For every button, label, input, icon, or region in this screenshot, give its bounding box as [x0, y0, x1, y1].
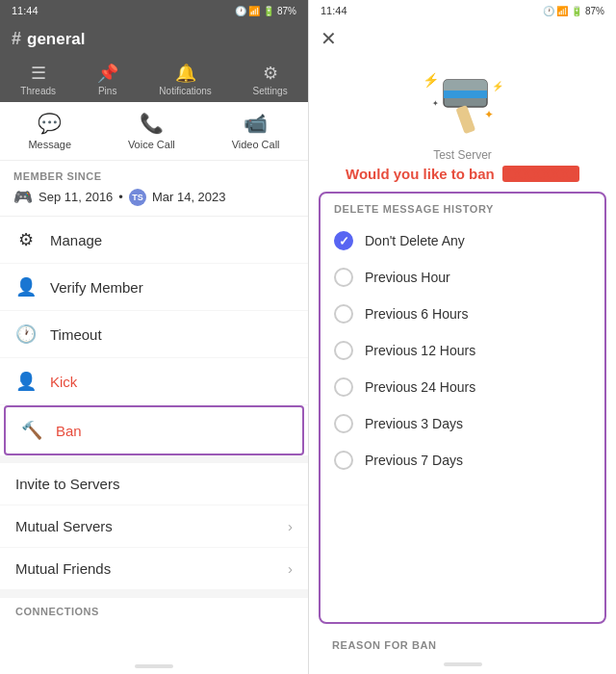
ban-label: Ban: [56, 423, 82, 439]
message-icon: 💬: [38, 112, 62, 135]
menu-divider: [0, 455, 308, 463]
menu-item-invite[interactable]: Invite to Servers: [0, 463, 308, 506]
server-name: Test Server: [309, 148, 616, 162]
radio-prev-24h[interactable]: Previous 24 Hours: [321, 369, 604, 405]
connections-label: CONNECTIONS: [0, 598, 308, 621]
ban-question: Would you like to ban XXXXXXXX: [309, 166, 616, 182]
voice-call-icon: 📞: [140, 112, 164, 135]
video-call-label: Video Call: [232, 139, 280, 150]
status-bar-right: 11:44 🕐 📶 🔋 87%: [309, 0, 616, 21]
svg-text:✦: ✦: [432, 99, 439, 108]
tab-pins-label: Pins: [98, 86, 116, 96]
manage-label: Manage: [50, 232, 102, 248]
tab-bar: ☰ Threads 📌 Pins 🔔 Notifications ⚙ Setti…: [0, 59, 308, 102]
radio-circle-prev-12h: [334, 341, 353, 360]
kick-label: Kick: [50, 374, 77, 390]
tab-settings-label: Settings: [253, 86, 288, 96]
delete-section: DELETE MESSAGE HISTORY Don't Delete Any …: [319, 192, 606, 624]
radio-label-prev-hour: Previous Hour: [365, 270, 450, 285]
channel-name: general: [27, 30, 85, 49]
menu-item-kick[interactable]: 👤 Kick: [0, 358, 308, 405]
radio-prev-6h[interactable]: Previous 6 Hours: [321, 296, 604, 332]
menu-item-mutual-friends[interactable]: Mutual Friends ›: [0, 548, 308, 590]
mutual-friends-label: Mutual Friends: [15, 560, 111, 577]
member-avatar: TS: [129, 189, 146, 206]
menu-item-verify[interactable]: 👤 Verify Member: [0, 264, 308, 311]
radio-label-prev-12h: Previous 12 Hours: [365, 343, 475, 358]
radio-prev-7d[interactable]: Previous 7 Days: [321, 442, 604, 479]
invite-label: Invite to Servers: [15, 476, 119, 492]
menu-list: ⚙ Manage 👤 Verify Member 🕐 Timeout 👤 Kic…: [0, 217, 308, 659]
join-date: Sep 11, 2016: [38, 190, 113, 204]
status-icons-left: 🕐 📶 🔋 87%: [235, 6, 296, 16]
menu-divider-2: [0, 590, 308, 598]
status-icons-right: 🕐 📶 🔋 87%: [543, 6, 604, 16]
svg-rect-4: [444, 91, 487, 98]
radio-prev-12h[interactable]: Previous 12 Hours: [321, 332, 604, 369]
left-panel: 11:44 🕐 📶 🔋 87% # general ☰ Threads 📌 Pi…: [0, 0, 308, 674]
menu-item-ban[interactable]: 🔨 Ban: [4, 405, 304, 455]
tab-notifications-label: Notifications: [159, 86, 211, 96]
radio-prev-hour[interactable]: Previous Hour: [321, 259, 604, 296]
date-dot: •: [118, 190, 123, 204]
radio-label-prev-24h: Previous 24 Hours: [365, 379, 475, 395]
discord-logo: 🎮: [13, 188, 33, 206]
manage-icon: ⚙: [15, 229, 37, 250]
voice-call-action[interactable]: 📞 Voice Call: [128, 112, 175, 150]
status-bar-left: 11:44 🕐 📶 🔋 87%: [0, 0, 308, 21]
action-bar: 💬 Message 📞 Voice Call 📹 Video Call: [0, 102, 308, 161]
chevron-right-icon: ›: [288, 518, 293, 534]
close-button[interactable]: ✕: [321, 29, 337, 48]
channel-symbol: #: [12, 29, 21, 49]
radio-label-prev-7d: Previous 7 Days: [365, 453, 463, 468]
reason-section-label: REASON FOR BAN: [319, 630, 606, 655]
radio-circle-prev-24h: [334, 377, 353, 397]
bottom-scroll-indicator-right: [444, 662, 482, 666]
radio-label-dont-delete: Don't Delete Any: [365, 233, 465, 248]
menu-item-timeout[interactable]: 🕐 Timeout: [0, 311, 308, 358]
tab-pins[interactable]: 📌 Pins: [97, 63, 118, 96]
mutual-servers-label: Mutual Servers: [15, 518, 113, 534]
tab-notifications[interactable]: 🔔 Notifications: [159, 63, 211, 96]
timeout-icon: 🕐: [15, 324, 37, 345]
radio-label-prev-6h: Previous 6 Hours: [365, 306, 468, 322]
member-date-row: 🎮 Sep 11, 2016 • TS Mar 14, 2023: [0, 186, 308, 217]
radio-prev-3d[interactable]: Previous 3 Days: [321, 405, 604, 442]
tab-threads-label: Threads: [20, 86, 56, 96]
member-since-label: MEMBER SINCE: [0, 161, 308, 186]
bottom-scroll-indicator-left: [135, 664, 173, 668]
video-call-action[interactable]: 📹 Video Call: [232, 112, 280, 150]
radio-dont-delete[interactable]: Don't Delete Any: [321, 222, 604, 259]
threads-icon: ☰: [31, 63, 46, 84]
modal-header: ✕: [309, 21, 616, 56]
radio-circle-prev-6h: [334, 304, 353, 324]
svg-text:✦: ✦: [484, 108, 494, 121]
radio-circle-prev-7d: [334, 451, 353, 470]
time-right: 11:44: [321, 5, 347, 16]
ban-icon: 🔨: [21, 420, 42, 441]
timeout-label: Timeout: [50, 326, 102, 343]
verify-label: Verify Member: [50, 279, 143, 296]
verify-icon: 👤: [15, 276, 37, 298]
ban-hammer-svg: ⚡ ⚡ ✦ ✦: [415, 65, 511, 143]
settings-icon: ⚙: [263, 63, 278, 84]
pins-icon: 📌: [97, 63, 118, 84]
video-call-icon: 📹: [244, 112, 268, 135]
right-panel: 11:44 🕐 📶 🔋 87% ✕ ⚡ ⚡ ✦ ✦ Test Server Wo…: [308, 0, 616, 674]
svg-text:⚡: ⚡: [492, 80, 504, 92]
menu-item-mutual-servers[interactable]: Mutual Servers ›: [0, 506, 308, 548]
voice-call-label: Voice Call: [128, 139, 175, 150]
later-date: Mar 14, 2023: [152, 190, 226, 204]
tab-threads[interactable]: ☰ Threads: [20, 63, 56, 96]
tab-settings[interactable]: ⚙ Settings: [253, 63, 288, 96]
svg-text:⚡: ⚡: [423, 72, 440, 89]
radio-circle-dont-delete: [334, 231, 353, 250]
radio-label-prev-3d: Previous 3 Days: [365, 416, 463, 431]
message-action[interactable]: 💬 Message: [28, 112, 71, 150]
channel-header: # general: [0, 21, 308, 59]
time-left: 11:44: [12, 5, 38, 16]
notifications-icon: 🔔: [175, 63, 196, 84]
menu-item-manage[interactable]: ⚙ Manage: [0, 217, 308, 264]
radio-circle-prev-3d: [334, 414, 353, 433]
svg-rect-5: [455, 105, 475, 134]
